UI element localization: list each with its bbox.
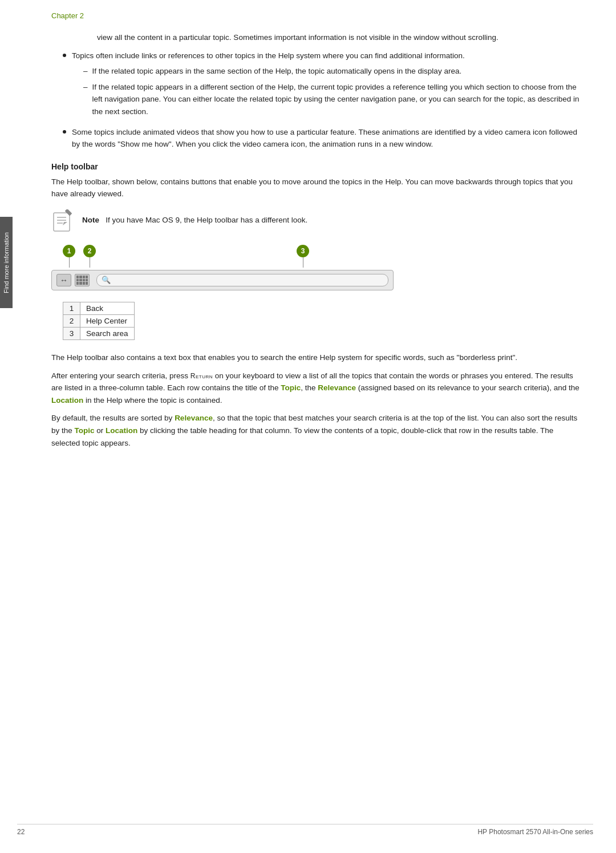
grid-cell [83, 282, 85, 285]
side-tab: Find more information [0, 217, 13, 308]
link-location: Location [51, 396, 83, 405]
table-row: 2 Help Center [63, 314, 135, 327]
table-cell-label: Help Center [80, 314, 135, 327]
intro-text: view all the content in a particular top… [97, 31, 582, 44]
callout-line-1 [69, 257, 70, 268]
page-container: Find more information Chapter 2 view all… [0, 0, 616, 853]
grid-cell [76, 276, 79, 278]
dash-1: – [83, 65, 88, 78]
table-cell-label: Search area [80, 327, 135, 339]
search-icon: 🔍 [102, 276, 111, 284]
toolbar-search-box[interactable]: 🔍 [96, 274, 388, 286]
sub-content-1: If the related topic appears in the same… [92, 65, 582, 78]
link-location-2: Location [106, 426, 137, 435]
section-para1: The Help toolbar, shown below, contains … [51, 176, 582, 200]
chapter-heading: Chapter 2 [51, 11, 582, 20]
sub-content-2: If the related topic appears in a differ… [92, 81, 582, 118]
sub-item-1: – If the related topic appears in the sa… [72, 65, 582, 78]
grid-cell [86, 276, 88, 278]
page-number: 22 [17, 828, 25, 836]
para-3: By default, the results are sorted by Re… [51, 412, 582, 449]
grid-cell [86, 279, 88, 282]
callout-line-3 [303, 257, 303, 268]
reference-table: 1 Back 2 Help Center 3 Search area [63, 302, 135, 340]
link-relevance: Relevance [318, 383, 356, 392]
toolbar-back-button[interactable]: ↔ [56, 274, 71, 286]
note-box: Note If you have Mac OS 9, the Help tool… [51, 209, 582, 233]
bullet-item-1: Topics often include links or references… [51, 50, 582, 122]
note-body: If you have Mac OS 9, the Help toolbar h… [106, 216, 307, 224]
table-row: 3 Search area [63, 327, 135, 339]
grid-cell [79, 282, 82, 285]
grid-cell [83, 279, 85, 282]
link-topic-2: Topic [75, 426, 95, 435]
main-content: Chapter 2 view all the content in a part… [17, 0, 616, 853]
bullet-list: Topics often include links or references… [51, 50, 582, 151]
table-cell-label: Back [80, 302, 135, 314]
product-name: HP Photosmart 2570 All-in-One series [477, 828, 593, 836]
footer: 22 HP Photosmart 2570 All-in-One series [17, 824, 593, 836]
table-cell-num: 1 [63, 302, 80, 314]
para-2: After entering your search criteria, pre… [51, 370, 582, 407]
bullet-content-1: Topics often include links or references… [72, 50, 582, 122]
grid-cell [76, 279, 79, 282]
bullet-content-2: Some topics include animated videos that… [72, 126, 582, 151]
grid-cell [79, 276, 82, 278]
bullet-item-2: Some topics include animated videos that… [51, 126, 582, 151]
bullet-dot-2 [63, 130, 66, 134]
grid-cell [83, 276, 85, 278]
toolbar-diagram: 1 2 3 ↔ [51, 245, 582, 290]
grid-cell [86, 282, 88, 285]
toolbar-grid-button[interactable] [75, 274, 90, 286]
note-text: Note If you have Mac OS 9, the Help tool… [82, 209, 307, 227]
grid-cell [79, 279, 82, 282]
table-cell-num: 2 [63, 314, 80, 327]
para-after-table: The Help toolbar also contains a text bo… [51, 351, 582, 364]
link-topic: Topic [281, 383, 301, 392]
callout-badge-1: 1 [63, 245, 75, 257]
callout-line-2 [90, 257, 90, 268]
link-relevance-2: Relevance [175, 414, 213, 422]
side-tab-label: Find more information [3, 232, 10, 293]
dash-2: – [83, 81, 88, 94]
callout-badge-2: 2 [83, 245, 96, 257]
sub-list-1: – If the related topic appears in the sa… [72, 65, 582, 118]
callout-badge-3: 3 [297, 245, 309, 257]
grid-cell [76, 282, 79, 285]
note-label: Note [82, 216, 99, 224]
table-cell-num: 3 [63, 327, 80, 339]
note-icon [51, 209, 75, 233]
sub-item-2: – If the related topic appears in a diff… [72, 81, 582, 118]
section-heading: Help toolbar [51, 162, 582, 171]
toolbar-bar: ↔ 🔍 [51, 270, 394, 290]
table-row: 1 Back [63, 302, 135, 314]
bullet-dot-1 [63, 54, 66, 57]
